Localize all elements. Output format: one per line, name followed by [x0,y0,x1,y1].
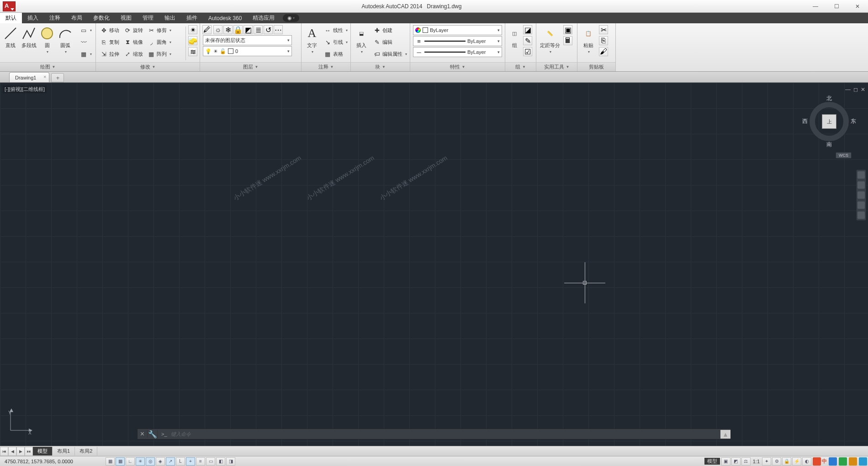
tab-manage[interactable]: 管理 [137,13,159,23]
vp-minimize-icon[interactable]: — [845,86,851,93]
tab-layout[interactable]: 布局 [66,13,88,23]
express-tools-pill[interactable]: ◉▾ [283,14,299,22]
array-button[interactable]: ▦阵列▾ [145,48,174,59]
maximize-button[interactable]: ☐ [826,0,847,13]
tab-plugin[interactable]: 插件 [181,13,203,23]
group-button[interactable]: ◫组 [507,25,522,50]
polar-toggle[interactable]: ✳ [136,457,145,466]
anno-scale-value[interactable]: 1:1 [751,459,762,464]
viewcube-top-face[interactable]: 上 [822,114,836,129]
viewcube-east[interactable]: 东 [849,117,858,125]
coords-readout[interactable]: 4750.7812, 1579.7685, 0.0000 [0,459,105,464]
tray-icon-4[interactable] [849,457,857,466]
viewport-label[interactable]: [-][俯视][二维线框] [3,85,47,93]
scale-button[interactable]: ⤢缩放 [122,48,145,59]
isolate-objects[interactable]: ◐ [802,457,811,466]
move-button[interactable]: ✥移动 [98,25,122,36]
nav-wheel-icon[interactable] [857,171,865,179]
mirror-button[interactable]: ⧗镜像 [122,37,145,48]
tab-default[interactable]: 默认 [0,13,22,23]
layout-tab-2[interactable]: 布局2 [75,447,97,455]
tab-autodesk360[interactable]: Autodesk 360 [203,13,247,23]
layer-match-button[interactable]: ≣ [254,25,263,34]
dyn-toggle[interactable]: + [186,457,195,466]
hardware-accel[interactable]: ⚡ [792,457,801,466]
layer-lock-button[interactable]: 🔒 [233,25,243,34]
file-tab-drawing1[interactable]: Drawing1× [9,72,49,82]
rotate-button[interactable]: ⟳旋转 [122,25,145,36]
layer-off-button[interactable]: ☼ [213,25,222,34]
qp-toggle[interactable]: ◧ [216,457,225,466]
lwt-toggle[interactable]: ≡ [196,457,205,466]
arc-button[interactable]: 圆弧▾ [57,25,74,55]
tray-icon-2[interactable] [829,457,837,466]
viewcube-west[interactable]: 西 [800,117,810,125]
status-icon-1[interactable]: ▣ [721,457,730,466]
offset-button[interactable]: ≋ [188,47,197,56]
layout-last-button[interactable]: ⏭ [25,447,33,456]
showmotion-icon[interactable] [857,212,865,219]
ortho-toggle[interactable]: ∟ [126,457,135,466]
tab-output[interactable]: 输出 [159,13,181,23]
tray-icon-3[interactable] [839,457,847,466]
wcs-badge[interactable]: WCS [836,152,852,159]
select-all-button[interactable]: ▣ [563,25,572,34]
tpy-toggle[interactable]: ▭ [206,457,215,466]
cmd-history-icon[interactable]: ▴ [720,430,730,439]
table-button[interactable]: ▦表格 [322,48,350,59]
tab-annotate[interactable]: 注释 [44,13,66,23]
orbit-icon[interactable] [857,201,865,209]
layer-iso-button[interactable]: ◩ [243,25,253,34]
view-cube[interactable]: 上 北 南 西 东 [804,96,854,147]
create-block-button[interactable]: ✚创建 [371,25,409,36]
status-icon-3[interactable]: ✦ [762,457,771,466]
group-edit-button[interactable]: ✎ [523,36,532,45]
spline-button[interactable]: 〰 [78,37,94,48]
command-line[interactable]: × 🔧 >_ 键入命令 ▴ [137,429,731,440]
text-button[interactable]: A 文字▾ [303,25,321,55]
otrack-toggle[interactable]: ↗ [166,457,175,466]
sc-toggle[interactable]: ◨ [226,457,235,466]
tab-insert[interactable]: 插入 [22,13,44,23]
navigation-bar[interactable] [856,169,866,221]
layout-next-button[interactable]: ▶ [16,447,25,456]
new-file-tab[interactable]: + [51,73,64,82]
erase-button[interactable]: 🧽 [188,36,197,45]
tab-parametric[interactable]: 参数化 [88,13,115,23]
polyline-button[interactable]: 多段线 [20,25,37,50]
anno-scale-button[interactable]: ⚖ [741,457,751,466]
edit-block-button[interactable]: ✎编辑 [371,37,409,48]
model-space-label[interactable]: 模型 [704,458,720,465]
layer-current-combo[interactable]: 💡 ☀ 🔓 0▾ [203,46,292,56]
status-icon-2[interactable]: ◩ [731,457,741,466]
viewcube-north[interactable]: 北 [825,95,834,102]
group-select-button[interactable]: ☑ [523,47,532,56]
explode-button[interactable]: ✴ [188,25,197,34]
layer-freeze-button[interactable]: ❄ [223,25,233,34]
osnap-toggle[interactable]: ◎ [146,457,155,466]
grid-toggle[interactable]: ▦ [116,457,125,466]
minimize-button[interactable]: — [805,0,826,13]
hatch-button[interactable]: ▦▾ [78,48,94,59]
pan-icon[interactable] [857,181,865,189]
workspace-switch[interactable]: ⚙ [772,457,781,466]
tray-icon-5[interactable] [859,457,867,466]
dim-linear-button[interactable]: ↔线性▾ [322,25,350,36]
linetype-combo[interactable]: ─ByLayer▾ [413,47,502,57]
line-button[interactable]: 直线 [2,25,19,50]
paste-button[interactable]: 📋粘贴▾ [579,25,598,55]
copy-clip-button[interactable]: ⎘ [599,36,608,45]
tab-view[interactable]: 视图 [115,13,137,23]
trim-button[interactable]: ✂修剪▾ [145,25,174,36]
layout-tab-1[interactable]: 布局1 [53,447,75,455]
layer-prev-button[interactable]: ↺ [264,25,273,34]
tray-ime-label[interactable]: 中 [822,458,828,465]
cmd-settings-icon[interactable]: 🔧 [148,430,158,439]
ducs-toggle[interactable]: L [176,457,185,466]
copy-button[interactable]: ⎘复制 [98,37,122,48]
status-lock[interactable]: 🔒 [782,457,791,466]
stretch-button[interactable]: ⇲拉伸 [98,48,122,59]
layer-more-button[interactable]: ⋯ [274,25,283,34]
drawing-canvas[interactable]: [-][俯视][二维线框] — ◻ ✕ 小小软件迷 www.xxrjm.com … [0,83,868,446]
match-props-button[interactable]: 🖌 [599,47,608,56]
